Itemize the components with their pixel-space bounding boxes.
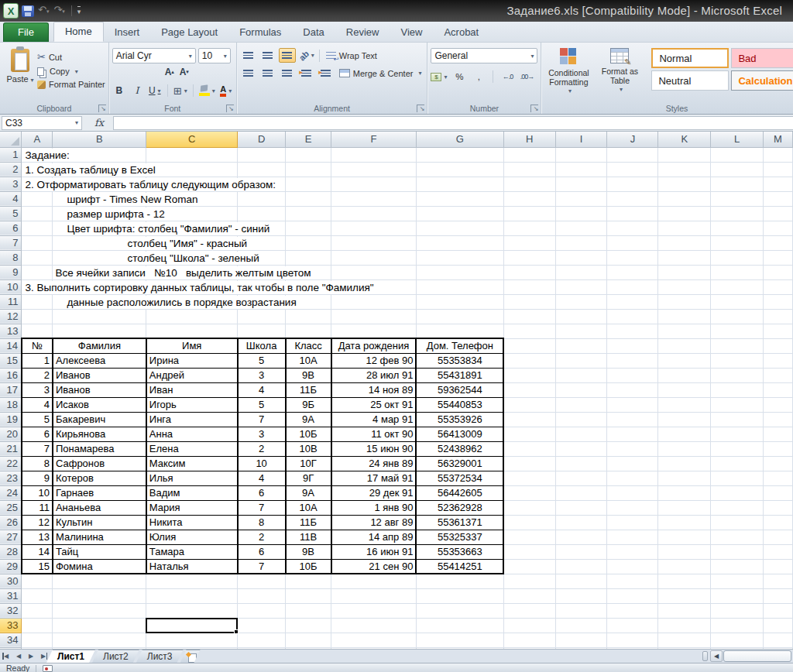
bold-button[interactable]: B <box>112 84 126 98</box>
cell-a27[interactable]: 13 <box>22 530 53 544</box>
cell-g12[interactable] <box>416 309 503 324</box>
comma-button[interactable]: , <box>472 70 486 84</box>
name-box[interactable]: C33 <box>2 116 82 130</box>
cell-l7[interactable] <box>711 235 764 250</box>
cell-f4[interactable] <box>331 191 417 206</box>
cell-k32[interactable] <box>658 603 711 618</box>
font-color-button[interactable]: A <box>219 84 233 98</box>
cell-m17[interactable] <box>763 382 792 397</box>
cell-m26[interactable] <box>763 515 792 530</box>
cell-d14[interactable]: Школа <box>238 338 286 353</box>
tab-formulas[interactable]: Formulas <box>228 23 292 42</box>
cell-l31[interactable] <box>711 588 764 603</box>
cell-b12[interactable] <box>53 309 146 324</box>
cell-b33[interactable] <box>53 618 146 633</box>
cell-d17[interactable]: 4 <box>238 382 286 397</box>
cell-h5[interactable] <box>503 206 555 221</box>
decrease-indent-button[interactable] <box>298 66 315 81</box>
cell-m25[interactable] <box>763 500 792 515</box>
row-header-4[interactable]: 4 <box>0 191 22 206</box>
cell-g34[interactable] <box>416 633 503 647</box>
cell-h4[interactable] <box>503 191 555 206</box>
cell-d15[interactable]: 5 <box>238 353 286 368</box>
cell-l25[interactable] <box>711 500 764 515</box>
row-header-9[interactable]: 9 <box>0 265 22 279</box>
cell-b19[interactable]: Бакаревич <box>53 412 146 427</box>
cell-j16[interactable] <box>607 368 658 382</box>
cell-m10[interactable] <box>763 279 792 294</box>
cell-b22[interactable]: Сафронов <box>53 456 146 471</box>
tab-home[interactable]: Home <box>53 22 104 42</box>
row-header-26[interactable]: 26 <box>0 515 22 530</box>
cell-g21[interactable]: 52438962 <box>416 441 503 456</box>
cell-a31[interactable] <box>22 588 53 603</box>
cell-b27[interactable]: Малинина <box>53 530 146 544</box>
paste-button[interactable]: Paste <box>3 45 37 102</box>
cell-i9[interactable] <box>555 265 607 279</box>
cell-h29[interactable] <box>503 559 555 574</box>
cell-g31[interactable] <box>416 588 503 603</box>
cell-h7[interactable] <box>503 235 555 250</box>
cell-h3[interactable] <box>503 177 555 191</box>
cell-m19[interactable] <box>763 412 792 427</box>
cell-f32[interactable] <box>331 603 417 618</box>
customize-qat-icon[interactable]: ▾ <box>77 6 81 15</box>
cell-g23[interactable]: 55372534 <box>416 471 503 485</box>
cell-k29[interactable] <box>658 559 711 574</box>
cell-j13[interactable] <box>607 324 658 338</box>
cell-k20[interactable] <box>658 427 711 441</box>
tab-insert[interactable]: Insert <box>104 23 151 42</box>
cell-g18[interactable]: 55440853 <box>416 397 503 412</box>
cell-m2[interactable] <box>763 162 792 177</box>
row-header-18[interactable]: 18 <box>0 397 22 412</box>
cell-e30[interactable] <box>286 574 331 588</box>
cell-i26[interactable] <box>555 515 607 530</box>
cell-g15[interactable]: 55353834 <box>416 353 503 368</box>
cell-j21[interactable] <box>607 441 658 456</box>
cell-g19[interactable]: 55353926 <box>416 412 503 427</box>
font-family-combo[interactable]: Arial Cyr <box>112 48 196 63</box>
cell-g20[interactable]: 56413009 <box>416 427 503 441</box>
cell-j4[interactable] <box>607 191 658 206</box>
cell-a34[interactable] <box>22 633 53 647</box>
row-header-2[interactable]: 2 <box>0 162 22 177</box>
cell-i20[interactable] <box>555 427 607 441</box>
cell-m15[interactable] <box>763 353 792 368</box>
cell-j26[interactable] <box>607 515 658 530</box>
cell-e18[interactable]: 9Б <box>286 397 331 412</box>
cell-d5[interactable] <box>238 206 286 221</box>
cell-a19[interactable]: 5 <box>22 412 53 427</box>
cell-g7[interactable] <box>416 235 503 250</box>
cell-d31[interactable] <box>238 588 286 603</box>
cell-f29[interactable]: 21 сен 90 <box>331 559 417 574</box>
cell-l17[interactable] <box>711 382 764 397</box>
row-header-6[interactable]: 6 <box>0 221 22 235</box>
tab-split-handle[interactable] <box>702 651 708 661</box>
select-all-corner[interactable] <box>0 132 22 147</box>
italic-button[interactable]: I <box>130 84 144 98</box>
cell-h17[interactable] <box>503 382 555 397</box>
cell-d21[interactable]: 2 <box>238 441 286 456</box>
row-header-13[interactable]: 13 <box>0 324 22 338</box>
tab-acrobat[interactable]: Acrobat <box>433 23 489 42</box>
cell-h26[interactable] <box>503 515 555 530</box>
cell-e3[interactable] <box>286 177 331 191</box>
first-sheet-icon[interactable]: ◀ <box>0 650 12 663</box>
column-header-i[interactable]: I <box>555 132 607 147</box>
cell-i13[interactable] <box>555 324 607 338</box>
row-header-7[interactable]: 7 <box>0 235 22 250</box>
clipboard-dialog-launcher[interactable]: ↘ <box>98 105 106 112</box>
cell-m20[interactable] <box>763 427 792 441</box>
cell-e17[interactable]: 11Б <box>286 382 331 397</box>
cell-g26[interactable]: 55361371 <box>416 515 503 530</box>
cell-i12[interactable] <box>555 309 607 324</box>
row-header-24[interactable]: 24 <box>0 485 22 500</box>
cell-d23[interactable]: 4 <box>238 471 286 485</box>
cell-g30[interactable] <box>416 574 503 588</box>
cell-f19[interactable]: 4 мар 91 <box>331 412 417 427</box>
cell-e28[interactable]: 9В <box>286 544 331 559</box>
cell-h19[interactable] <box>503 412 555 427</box>
cell-c21[interactable]: Елена <box>146 441 238 456</box>
cell-l28[interactable] <box>711 544 764 559</box>
cell-c32[interactable] <box>146 603 238 618</box>
